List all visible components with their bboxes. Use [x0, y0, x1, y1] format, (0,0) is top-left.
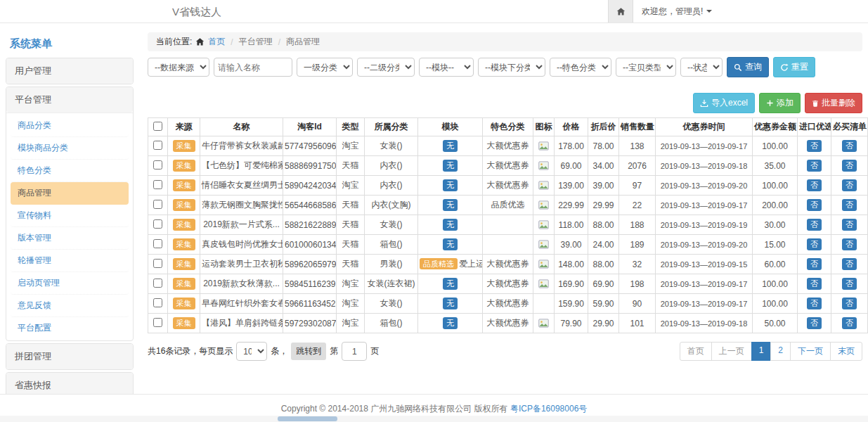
- row-checkbox[interactable]: [153, 259, 162, 268]
- batch-delete-button[interactable]: 批量删除: [805, 93, 862, 113]
- must-buy-badge[interactable]: 否: [842, 160, 857, 171]
- import-excel-button[interactable]: 导入excel: [693, 93, 755, 113]
- product-thumbnail[interactable]: [538, 180, 549, 191]
- breadcrumb-home-link[interactable]: 首页: [208, 36, 225, 48]
- import-opt-badge[interactable]: 否: [807, 140, 822, 151]
- import-opt-badge[interactable]: 否: [807, 317, 822, 328]
- import-opt-badge[interactable]: 否: [807, 219, 822, 230]
- must-buy-badge[interactable]: 否: [842, 258, 857, 269]
- sidebar-group-1[interactable]: 平台管理: [6, 87, 133, 113]
- module-badge[interactable]: 无: [443, 317, 458, 328]
- filter-select-4[interactable]: --模块--: [419, 58, 474, 77]
- sidebar-group-2[interactable]: 拼团管理: [6, 344, 133, 369]
- row-checkbox[interactable]: [153, 318, 162, 327]
- product-thumbnail[interactable]: [538, 279, 549, 289]
- product-thumbnail[interactable]: [538, 239, 549, 250]
- module-badge[interactable]: 品质精选: [420, 258, 458, 269]
- user-menu[interactable]: 欢迎您，管理员!: [642, 6, 712, 18]
- sidebar-item-1-2[interactable]: 特色分类: [11, 160, 129, 182]
- cell-feature: 大额优惠券: [483, 274, 533, 294]
- sidebar-item-1-9[interactable]: 平台配置: [11, 317, 129, 339]
- sidebar-item-1-3[interactable]: 商品管理: [11, 182, 129, 205]
- page-button-5[interactable]: 末页: [830, 342, 862, 361]
- sidebar-groups: 用户管理平台管理商品分类模块商品分类特色分类商品管理宣传物料版本管理轮播管理启动…: [6, 58, 134, 411]
- module-badge[interactable]: 无: [443, 179, 458, 191]
- module-badge[interactable]: 无: [443, 278, 458, 289]
- product-thumbnail[interactable]: [538, 200, 549, 210]
- sidebar-item-1-5[interactable]: 版本管理: [11, 227, 129, 250]
- row-checkbox[interactable]: [153, 298, 162, 307]
- filter-select-6[interactable]: --特色分类--: [550, 58, 611, 77]
- home-button[interactable]: [608, 0, 633, 23]
- product-thumbnail[interactable]: [538, 160, 549, 171]
- filter-select-8[interactable]: --状态--: [680, 58, 723, 77]
- filter-select-3[interactable]: --二级分类--: [357, 58, 415, 77]
- product-thumbnail[interactable]: [538, 141, 549, 151]
- filter-select-2[interactable]: 一级分类: [297, 58, 353, 77]
- row-checkbox[interactable]: [153, 200, 162, 209]
- import-opt-badge[interactable]: 否: [807, 278, 822, 289]
- filter-select-5[interactable]: --模块下分类--: [478, 58, 545, 77]
- filter-select-7[interactable]: --宝贝类型--: [616, 58, 676, 77]
- scrollbar-thumb[interactable]: [278, 416, 337, 421]
- horizontal-scrollbar[interactable]: [0, 416, 868, 422]
- select-all-checkbox[interactable]: [153, 122, 162, 131]
- add-button[interactable]: 添加: [759, 93, 801, 113]
- page-button-2[interactable]: 1: [751, 342, 772, 361]
- must-buy-badge[interactable]: 否: [842, 179, 857, 191]
- navbar-right: 欢迎您，管理员!: [608, 0, 712, 23]
- import-opt-badge[interactable]: 否: [807, 199, 822, 210]
- cell-type: 天猫: [337, 255, 365, 274]
- reset-button[interactable]: 重置: [773, 57, 815, 77]
- page-button-3[interactable]: 2: [770, 342, 791, 361]
- sidebar-item-1-7[interactable]: 启动页管理: [11, 272, 129, 295]
- jump-to-button[interactable]: 跳转到: [291, 343, 326, 360]
- import-opt-badge[interactable]: 否: [807, 298, 822, 309]
- search-button[interactable]: 查询: [727, 57, 769, 77]
- module-badge[interactable]: 无: [443, 298, 458, 309]
- sidebar-item-1-6[interactable]: 轮播管理: [11, 250, 129, 272]
- product-thumbnail[interactable]: [538, 318, 549, 328]
- module-badge[interactable]: 无: [443, 140, 458, 151]
- icp-link[interactable]: 粤ICP备16098006号: [510, 404, 587, 414]
- import-opt-badge[interactable]: 否: [807, 238, 822, 250]
- row-checkbox[interactable]: [153, 219, 162, 229]
- cell-must-buy: 否: [831, 274, 868, 294]
- sidebar-item-1-1[interactable]: 模块商品分类: [11, 137, 129, 160]
- must-buy-badge[interactable]: 否: [842, 278, 857, 289]
- sidebar-item-1-8[interactable]: 意见反馈: [11, 295, 129, 317]
- import-opt-badge[interactable]: 否: [807, 179, 822, 191]
- must-buy-badge[interactable]: 否: [842, 317, 857, 328]
- page-button-4[interactable]: 下一页: [790, 342, 831, 361]
- row-checkbox[interactable]: [153, 279, 162, 288]
- product-thumbnail[interactable]: [538, 259, 549, 269]
- row-checkbox[interactable]: [153, 141, 162, 150]
- must-buy-badge[interactable]: 否: [842, 199, 857, 210]
- must-buy-badge[interactable]: 否: [842, 238, 857, 250]
- sidebar-item-1-4[interactable]: 宣传物料: [11, 205, 129, 227]
- module-badge[interactable]: 无: [443, 199, 458, 210]
- module-badge[interactable]: 无: [443, 160, 458, 171]
- must-buy-badge[interactable]: 否: [842, 140, 857, 151]
- sidebar-item-1-0[interactable]: 商品分类: [11, 115, 129, 137]
- import-opt-badge[interactable]: 否: [807, 258, 822, 269]
- product-thumbnail[interactable]: [538, 219, 549, 230]
- sidebar-group-0[interactable]: 用户管理: [6, 58, 133, 84]
- jump-page-input[interactable]: [342, 342, 367, 361]
- import-opt-badge[interactable]: 否: [807, 160, 822, 171]
- row-checkbox[interactable]: [153, 239, 162, 248]
- cell-checkbox: [148, 274, 168, 294]
- page-button-0[interactable]: 首页: [680, 342, 712, 361]
- name-search-input[interactable]: [214, 58, 292, 77]
- per-page-select[interactable]: 10: [236, 342, 267, 361]
- cell-source: 采集: [168, 156, 200, 176]
- module-badge[interactable]: 无: [443, 219, 458, 230]
- cell-sales: 2076: [619, 156, 656, 176]
- row-checkbox[interactable]: [153, 160, 162, 170]
- filter-select-0[interactable]: --数据来源--: [148, 58, 209, 77]
- row-checkbox[interactable]: [153, 180, 162, 189]
- page-button-1[interactable]: 上一页: [711, 342, 752, 361]
- module-badge[interactable]: 无: [443, 238, 458, 250]
- must-buy-badge[interactable]: 否: [842, 219, 857, 230]
- must-buy-badge[interactable]: 否: [842, 298, 857, 309]
